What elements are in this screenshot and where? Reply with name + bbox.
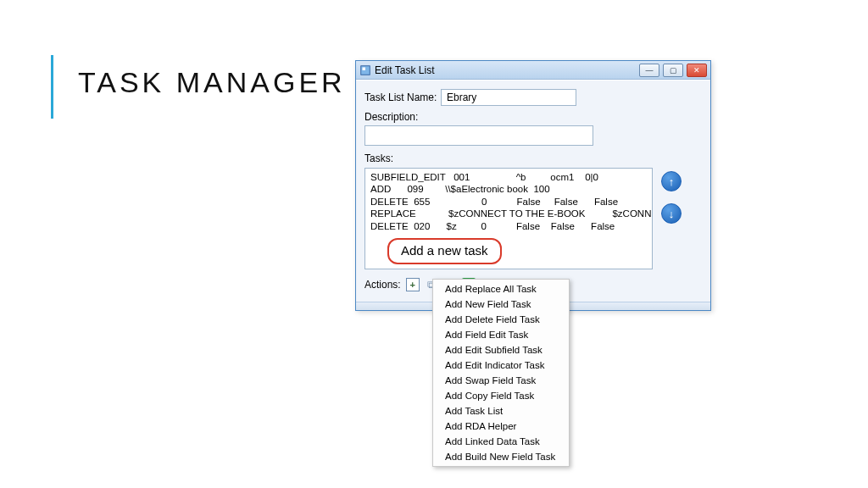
task-row[interactable]: DELETE 655 0 False False False	[370, 196, 647, 208]
menu-item-new-field[interactable]: Add New Field Task	[433, 297, 569, 312]
task-row[interactable]: DELETE 020 $z 0 False False False	[370, 220, 647, 232]
actions-label: Actions:	[364, 279, 401, 291]
arrow-down-icon: ↓	[669, 208, 675, 220]
description-label: Description:	[364, 111, 441, 123]
menu-item-build-new-field[interactable]: Add Build New Field Task	[433, 449, 569, 464]
task-row[interactable]: REPLACE $zCONNECT TO THE E-BOOK $zCONNEC…	[370, 208, 647, 219]
window-title: Edit Task List	[375, 64, 636, 76]
menu-item-replace-all[interactable]: Add Replace All Task	[433, 281, 569, 297]
tasks-listbox[interactable]: SUBFIELD_EDIT 001 ^b ocm1 0|0 ADD 099 \\…	[364, 168, 653, 269]
move-down-button[interactable]: ↓	[661, 203, 682, 224]
task-row[interactable]: SUBFIELD_EDIT 001 ^b ocm1 0|0	[370, 171, 647, 183]
minimize-button[interactable]: —	[639, 64, 659, 77]
window-titlebar[interactable]: Edit Task List — ▢ ✕	[356, 61, 710, 80]
menu-item-field-edit[interactable]: Add Field Edit Task	[433, 327, 569, 342]
menu-item-linked-data[interactable]: Add Linked Data Task	[433, 434, 569, 449]
slide-title: TASK MANAGER	[78, 66, 346, 99]
menu-item-rda-helper[interactable]: Add RDA Helper	[433, 419, 569, 434]
add-task-callout: Add a new task	[387, 238, 502, 264]
task-row[interactable]: ADD 099 \\$aElectronic book 100	[370, 183, 647, 195]
menu-item-copy-field[interactable]: Add Copy Field Task	[433, 388, 569, 403]
maximize-button[interactable]: ▢	[663, 64, 683, 77]
add-task-button[interactable]: +	[406, 278, 420, 291]
menu-item-task-list[interactable]: Add Task List	[433, 403, 569, 419]
tasks-label: Tasks:	[364, 152, 441, 164]
app-icon	[359, 64, 371, 76]
close-button[interactable]: ✕	[687, 64, 707, 77]
menu-item-edit-indicator[interactable]: Add Edit Indicator Task	[433, 358, 569, 373]
menu-item-delete-field[interactable]: Add Delete Field Task	[433, 312, 569, 327]
add-task-context-menu: Add Replace All Task Add New Field Task …	[432, 279, 570, 467]
arrow-up-icon: ↑	[669, 175, 675, 188]
menu-item-edit-subfield[interactable]: Add Edit Subfield Task	[433, 342, 569, 358]
edit-task-list-window: Edit Task List — ▢ ✕ Task List Name: Des…	[355, 60, 711, 311]
menu-item-swap-field[interactable]: Add Swap Field Task	[433, 373, 569, 388]
task-list-name-label: Task List Name:	[364, 92, 441, 103]
description-input[interactable]	[364, 125, 593, 146]
window-client-area: Task List Name: Description: Tasks: SUBF…	[356, 80, 710, 302]
svg-rect-1	[363, 67, 366, 70]
task-list-name-input[interactable]	[441, 89, 576, 106]
move-up-button[interactable]: ↑	[661, 171, 682, 191]
slide-accent-bar	[51, 55, 53, 119]
